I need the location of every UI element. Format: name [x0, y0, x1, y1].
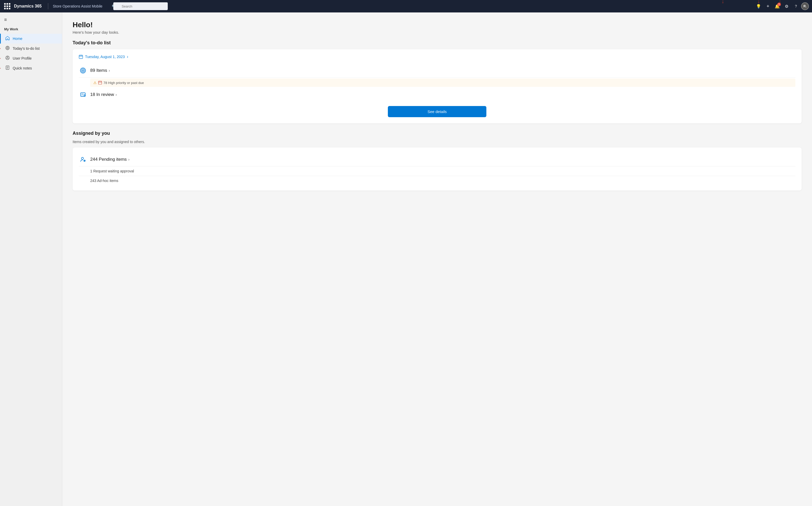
sidebar-item-label-todo: Today's to-do list	[13, 47, 40, 51]
plus-icon: +	[766, 4, 769, 9]
pending-sub-item-1: 1 Request waiting approval	[79, 166, 795, 176]
target-icon	[5, 46, 10, 51]
sidebar-item-profile[interactable]: User Profile	[0, 54, 62, 63]
pending-chevron: ›	[128, 157, 130, 162]
note-icon	[5, 66, 10, 71]
review-icon	[79, 90, 87, 99]
items-chevron: ›	[109, 68, 110, 73]
app-name: Store Operations Assist Mobile	[53, 4, 102, 8]
warning-label: 78 High priority or past due	[103, 81, 144, 85]
sidebar-item-todo[interactable]: Today's to-do list	[0, 44, 62, 54]
brand-name[interactable]: Dynamics 365	[14, 4, 42, 9]
help-icon: ?	[795, 4, 797, 8]
hamburger-icon: ≡	[4, 17, 7, 22]
notification-button[interactable]: 🔔 7	[773, 2, 782, 10]
see-details-button[interactable]: See details	[388, 106, 486, 117]
svg-rect-16	[98, 81, 102, 84]
greeting-subtitle: Here's how your day looks.	[73, 30, 802, 34]
pending-sub-item-2: 243 Ad-hoc items	[79, 176, 795, 185]
avatar[interactable]: R.	[801, 2, 809, 10]
greeting-title: Hello!	[73, 21, 802, 29]
assigned-card: 244 Pending items › 1 Request waiting ap…	[73, 148, 802, 190]
date-row[interactable]: Tuesday, August 1, 2023 ›	[79, 55, 795, 59]
sidebar-section-title: My Work	[0, 26, 62, 34]
today-card: Tuesday, August 1, 2023 › 89 Items	[73, 49, 802, 123]
items-count-label[interactable]: 89 Items ›	[90, 68, 110, 73]
lightbulb-icon: 💡	[756, 4, 761, 9]
assigned-subtitle: Items created by you and assigned to oth…	[73, 140, 802, 144]
gear-icon: ⚙	[785, 4, 789, 9]
top-navigation: Dynamics 365 Store Operations Assist Mob…	[0, 0, 812, 12]
warning-row: ⚠ 78 High priority or past due	[90, 79, 795, 87]
calendar-warning-icon	[98, 81, 102, 85]
review-chevron: ›	[115, 93, 117, 97]
items-row: 89 Items ›	[79, 64, 795, 78]
svg-point-15	[82, 70, 84, 71]
assigned-section-title: Assigned by you	[73, 131, 802, 136]
pending-count-label[interactable]: 244 Pending items ›	[90, 157, 130, 162]
main-content: Hello! Here's how your day looks. Today'…	[62, 12, 812, 506]
sidebar-item-label-notes: Quick notes	[13, 66, 32, 70]
pending-row: 244 Pending items ›	[79, 153, 795, 166]
warning-icon: ⚠	[93, 81, 97, 85]
search-wrapper: 🔍	[109, 2, 748, 10]
sidebar: ≡ My Work 1 → Home 2 →	[0, 12, 62, 506]
home-icon	[5, 36, 10, 41]
notification-badge: 7	[777, 3, 781, 6]
waffle-menu[interactable]	[3, 2, 11, 10]
calendar-icon	[79, 55, 83, 59]
svg-point-2	[7, 48, 8, 49]
help-button[interactable]: ?	[792, 2, 800, 10]
date-chevron: ›	[127, 55, 128, 59]
target-stat-icon	[79, 66, 87, 75]
sidebar-toggle[interactable]: ≡	[0, 15, 62, 26]
svg-point-4	[7, 57, 8, 58]
pending-icon	[79, 155, 87, 164]
nav-divider	[48, 3, 48, 9]
settings-button[interactable]: ⚙	[783, 2, 791, 10]
topnav-icons: 💡 + 🔔 7 ⚙ ? R.	[754, 2, 809, 10]
date-label: Tuesday, August 1, 2023	[85, 55, 125, 59]
sidebar-item-label-home: Home	[13, 36, 22, 41]
sidebar-item-label-profile: User Profile	[13, 56, 31, 60]
main-layout: ≡ My Work 1 → Home 2 →	[0, 12, 812, 506]
review-count-label[interactable]: 18 In review ›	[90, 92, 117, 97]
review-row: 18 In review ›	[79, 88, 795, 101]
sidebar-item-home[interactable]: Home	[0, 34, 62, 44]
add-button[interactable]: +	[764, 2, 772, 10]
today-section-title: Today's to-do list	[73, 40, 802, 46]
svg-rect-9	[79, 55, 83, 59]
svg-point-22	[81, 157, 83, 159]
user-circle-icon	[5, 56, 10, 61]
lightbulb-button[interactable]: 💡	[754, 2, 763, 10]
search-input[interactable]	[113, 2, 168, 10]
sidebar-item-notes[interactable]: Quick notes	[0, 63, 62, 73]
